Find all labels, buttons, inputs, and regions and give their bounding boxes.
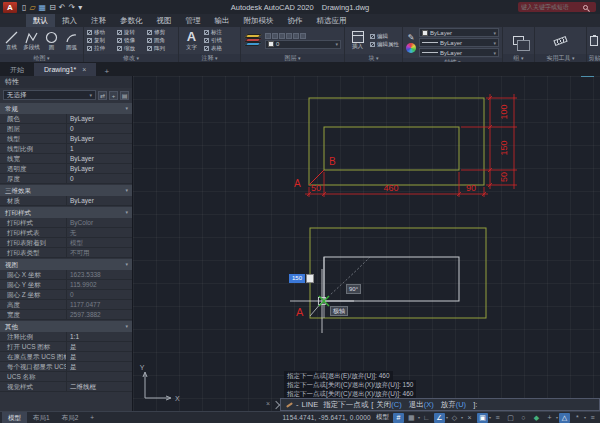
dim-text-460[interactable]: 460 xyxy=(383,183,398,193)
property-row[interactable]: 线宽ByLayer xyxy=(0,154,132,164)
dim-text-150[interactable]: 150 xyxy=(499,140,509,155)
section-header-misc[interactable]: 其他 xyxy=(0,321,132,332)
property-row[interactable]: 宽度2597.3882 xyxy=(0,310,132,320)
dynamic-input-angle-field[interactable] xyxy=(306,274,314,283)
modify-tool-button[interactable]: 复制 xyxy=(87,37,117,45)
panel-label-block[interactable]: 块 xyxy=(345,54,402,62)
drawing-canvas[interactable]: [-] [俯视] [二维线框] A B 50 460 90 xyxy=(133,76,600,411)
group-icon[interactable] xyxy=(513,36,524,45)
new-tab-plus-icon[interactable]: + xyxy=(100,67,113,76)
modify-tool-button[interactable]: 旋转 xyxy=(117,29,147,37)
panel-label-utilities[interactable]: 实用工具 xyxy=(535,54,586,62)
property-row[interactable]: 打印样式表无 xyxy=(0,228,132,238)
panel-label-properties[interactable]: 特性 xyxy=(403,58,502,62)
object-snap-icon[interactable]: ▣ xyxy=(477,413,488,423)
dim-text-50-right[interactable]: 50 xyxy=(499,172,509,182)
modify-tool-button[interactable]: 移动 xyxy=(87,29,117,37)
object-track-icon[interactable]: × xyxy=(464,413,475,423)
tab-layout[interactable]: 布局2 xyxy=(56,412,85,423)
property-row[interactable]: 圆心 X 坐标1623.5338 xyxy=(0,270,132,280)
layer-tool-icon[interactable] xyxy=(272,33,278,39)
property-row[interactable]: 厚度0 xyxy=(0,174,132,184)
property-row[interactable]: 每个视口都显示 UCS是 xyxy=(0,362,132,372)
property-row[interactable]: 注释比例1:1 xyxy=(0,332,132,342)
layer-tool-icon[interactable] xyxy=(300,33,306,39)
section-header-general[interactable]: 常规 xyxy=(0,103,132,114)
model-space-button[interactable]: 模型 xyxy=(376,413,389,422)
annotation-visibility-icon[interactable]: △ xyxy=(559,413,570,423)
property-row[interactable]: 线型比例1 xyxy=(0,144,132,154)
lineweight-display-icon[interactable]: ≡ xyxy=(492,413,503,423)
outer-rectangle-top[interactable] xyxy=(309,98,484,185)
help-search-box[interactable] xyxy=(518,2,596,12)
property-row[interactable]: 材质ByLayer xyxy=(0,196,132,206)
property-row[interactable]: 颜色ByLayer xyxy=(0,114,132,124)
insert-block-button[interactable]: 插入 xyxy=(348,31,367,50)
dynamic-input-length-field[interactable]: 150 xyxy=(289,274,305,283)
polyline-button[interactable]: 多段线 xyxy=(23,31,40,51)
dim-text-100[interactable]: 100 xyxy=(499,104,509,119)
modify-tool-button[interactable]: 镜像 xyxy=(117,37,147,45)
command-line[interactable]: - LINE 指定下一点或 [ 关闭(C)退出(X)放弃(U) ]: xyxy=(280,398,600,411)
selection-cycling-icon[interactable]: ○ xyxy=(518,413,529,423)
property-row[interactable]: 线型ByLayer xyxy=(0,134,132,144)
transparency-icon[interactable]: ▢ xyxy=(505,413,516,423)
layer-properties-icon[interactable] xyxy=(244,34,262,48)
ribbon-tab[interactable]: 精选应用 xyxy=(310,14,354,27)
property-row[interactable]: 透明度ByLayer xyxy=(0,164,132,174)
palette-title[interactable]: 特性 xyxy=(0,76,132,88)
property-row[interactable]: 视觉样式二维线框 xyxy=(0,382,132,392)
object-color-dropdown[interactable]: ByLayer xyxy=(419,28,499,37)
isolate-objects-icon[interactable]: ◆ xyxy=(531,413,542,423)
gizmo-icon[interactable]: + xyxy=(544,413,555,423)
toggle-pickadd-icon[interactable]: ⇄ xyxy=(98,91,107,100)
tab-model[interactable]: 模型 xyxy=(2,412,27,423)
property-row[interactable]: UCS 名称 xyxy=(0,372,132,382)
inner-rectangle-top[interactable] xyxy=(324,127,459,170)
dim-text-50[interactable]: 50 xyxy=(311,183,321,193)
file-tab-drawing1[interactable]: Drawing1* × xyxy=(34,63,96,76)
property-row[interactable]: 打印样式ByColor xyxy=(0,218,132,228)
command-option[interactable]: 关闭(C) xyxy=(376,400,401,410)
block-edit-button[interactable]: 编辑 xyxy=(370,33,399,40)
ribbon-tab[interactable]: 注释 xyxy=(84,14,113,27)
text-button[interactable]: A 文字 xyxy=(182,30,201,51)
layer-tool-icon[interactable] xyxy=(265,33,271,39)
command-option[interactable]: 放弃(U) xyxy=(441,400,466,410)
ribbon-tab[interactable]: 插入 xyxy=(55,14,84,27)
property-row[interactable]: 图层0 xyxy=(0,124,132,134)
ribbon-tab[interactable]: 参数化 xyxy=(113,14,150,27)
ribbon-tab-home[interactable]: 默认 xyxy=(26,14,55,27)
outer-rectangle-bottom[interactable] xyxy=(310,228,486,318)
modify-tool-button[interactable]: 修剪 xyxy=(147,29,177,37)
arc-button[interactable]: 圆弧 xyxy=(63,31,80,51)
selection-dropdown[interactable]: 无选择 xyxy=(3,90,96,100)
property-row[interactable]: 打印表类型不可用 xyxy=(0,248,132,258)
modify-tool-button[interactable]: 拉伸 xyxy=(87,45,117,53)
layer-dropdown[interactable]: 0 xyxy=(265,40,341,49)
section-header-3d[interactable]: 三维效果 xyxy=(0,185,132,196)
ribbon-tab[interactable]: 协作 xyxy=(281,14,310,27)
circle-button[interactable]: 圆 xyxy=(43,31,60,51)
search-input[interactable] xyxy=(521,4,583,10)
modify-tool-button[interactable]: 圆角 xyxy=(147,37,177,45)
layer-tool-icon[interactable] xyxy=(293,33,299,39)
add-layout-plus-icon[interactable]: + xyxy=(84,412,100,423)
lineweight-dropdown[interactable]: ByLayer xyxy=(419,38,499,47)
section-header-plotstyle[interactable]: 打印样式 xyxy=(0,207,132,218)
inner-rectangle-in-progress[interactable] xyxy=(324,257,459,301)
quick-select-icon[interactable]: ▤ xyxy=(120,91,129,100)
panel-label-annotate[interactable]: 注释 xyxy=(179,54,240,62)
label-b-top[interactable]: B xyxy=(329,156,336,167)
ortho-icon[interactable]: ∟ xyxy=(421,413,432,423)
modify-tool-button[interactable]: 缩放 xyxy=(117,45,147,53)
customize-wrench-icon[interactable] xyxy=(286,402,293,408)
dim-text-90[interactable]: 90 xyxy=(466,183,476,193)
property-row[interactable]: 高度1177.0477 xyxy=(0,300,132,310)
line-button[interactable]: 直线 xyxy=(3,31,20,51)
grid-icon[interactable]: # xyxy=(393,413,404,423)
property-row[interactable]: 在原点显示 UCS 图标是 xyxy=(0,352,132,362)
workspace-icon[interactable]: * xyxy=(572,413,583,423)
property-row[interactable]: 打印表附着到模型 xyxy=(0,238,132,248)
table-button[interactable]: 表格 xyxy=(204,45,222,52)
